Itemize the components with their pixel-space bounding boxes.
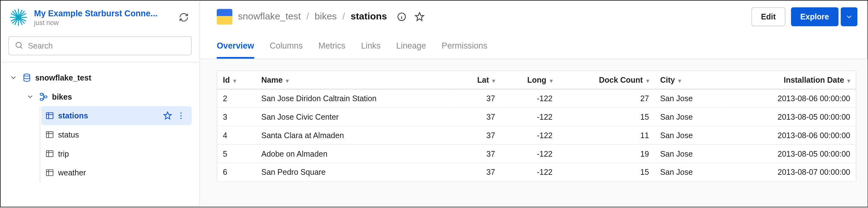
col-id[interactable]: Id▾ (217, 71, 256, 89)
table-row[interactable]: 4Santa Clara at Almaden37-12211San Jose2… (217, 126, 856, 144)
cell-long: -122 (501, 144, 558, 163)
cell-lat: 37 (455, 163, 501, 181)
cell-id: 5 (217, 144, 256, 163)
info-icon[interactable] (396, 11, 407, 23)
edit-button[interactable]: Edit (751, 7, 785, 26)
cell-long: -122 (501, 89, 558, 108)
main: snowflake_test / bikes / stations Edit (200, 1, 868, 207)
cell-lat: 37 (455, 144, 501, 163)
tree-table-label: weather (58, 168, 186, 177)
col-city[interactable]: City▾ (654, 71, 723, 89)
svg-point-8 (180, 118, 182, 119)
tab-overview[interactable]: Overview (217, 41, 254, 59)
explore-label: Explore (800, 12, 829, 21)
col-label: Name (261, 76, 282, 85)
sort-icon[interactable]: ▾ (847, 78, 850, 84)
tree-database[interactable]: snowflake_test (5, 68, 199, 87)
sort-icon[interactable]: ▾ (492, 78, 495, 84)
col-long[interactable]: Long▾ (501, 71, 558, 89)
tab-metrics[interactable]: Metrics (318, 41, 345, 59)
sort-icon[interactable]: ▾ (646, 78, 649, 84)
star-icon[interactable] (162, 111, 173, 121)
tree-table-stations[interactable]: stations (41, 106, 192, 125)
dataset-icon (217, 9, 232, 25)
svg-rect-9 (46, 131, 53, 138)
svg-point-6 (180, 113, 182, 114)
tree-table-label: stations (58, 111, 159, 120)
svg-rect-10 (46, 151, 53, 157)
tree-table-label: status (58, 130, 186, 140)
tree-table-weather[interactable]: weather (41, 163, 192, 182)
cell-dock_count: 27 (558, 89, 654, 108)
cell-long: -122 (501, 108, 558, 126)
cell-install: 2013-08-07 00:00:00 (724, 163, 856, 181)
col-label: Installation Date (784, 76, 844, 85)
sort-icon[interactable]: ▾ (550, 78, 553, 84)
tree-table-trip[interactable]: trip (41, 144, 192, 163)
cell-city: San Jose (654, 163, 723, 181)
explore-button[interactable]: Explore (791, 7, 839, 26)
table-row[interactable]: 6San Pedro Square37-12215San Jose2013-08… (217, 163, 856, 181)
cell-dock_count: 15 (558, 108, 654, 126)
tree-schema[interactable]: bikes (5, 87, 199, 106)
crumb-schema[interactable]: bikes (315, 11, 337, 23)
breadcrumb: snowflake_test / bikes / stations (238, 11, 387, 23)
table-row[interactable]: 3San Jose Civic Center37-12215San Jose20… (217, 108, 856, 126)
tab-links[interactable]: Links (361, 41, 380, 59)
cell-install: 2013-08-05 00:00:00 (724, 108, 856, 126)
cell-city: San Jose (654, 108, 723, 126)
cell-name: Santa Clara at Almaden (256, 126, 455, 144)
table-icon (45, 111, 55, 121)
tab-permissions[interactable]: Permissions (442, 41, 488, 59)
cell-install: 2013-08-06 00:00:00 (724, 126, 856, 144)
more-icon[interactable] (176, 111, 186, 121)
tree-table-status[interactable]: status (41, 125, 192, 144)
database-icon (22, 73, 32, 83)
table-icon (45, 149, 55, 159)
table-row[interactable]: 2San Jose Diridon Caltrain Station37-122… (217, 89, 856, 108)
search-box[interactable] (8, 36, 192, 55)
star-icon[interactable] (414, 11, 425, 23)
cell-install: 2013-08-06 00:00:00 (724, 89, 856, 108)
svg-point-7 (180, 115, 182, 116)
table-row[interactable]: 5Adobe on Almaden37-12219San Jose2013-08… (217, 144, 856, 163)
col-label: Dock Count (599, 76, 643, 85)
col-dock_count[interactable]: Dock Count▾ (558, 71, 654, 89)
cell-dock_count: 15 (558, 163, 654, 181)
connection-title-wrap[interactable]: My Example Starburst Conne... just now (34, 8, 170, 27)
cell-city: San Jose (654, 126, 723, 144)
header-bar: snowflake_test / bikes / stations Edit (200, 1, 868, 31)
cell-lat: 37 (455, 108, 501, 126)
sort-icon[interactable]: ▾ (233, 78, 236, 84)
chevron-down-icon (8, 73, 19, 83)
cell-name: San Jose Civic Center (256, 108, 455, 126)
explore-dropdown[interactable] (841, 7, 858, 26)
svg-rect-3 (44, 96, 47, 98)
edit-label: Edit (761, 12, 776, 21)
search-input[interactable] (28, 41, 185, 51)
col-label: City (660, 76, 675, 85)
svg-point-1 (24, 74, 30, 76)
crumb-db[interactable]: snowflake_test (238, 11, 301, 23)
tab-columns[interactable]: Columns (270, 41, 303, 59)
refresh-button[interactable] (176, 9, 192, 25)
schema-icon (38, 92, 49, 102)
cell-lat: 37 (455, 89, 501, 108)
cell-install: 2013-08-05 00:00:00 (724, 144, 856, 163)
col-lat[interactable]: Lat▾ (455, 71, 501, 89)
col-name[interactable]: Name▾ (256, 71, 455, 89)
crumb-table[interactable]: stations (351, 11, 387, 23)
cell-name: Adobe on Almaden (256, 144, 455, 163)
sidebar-header: My Example Starburst Conne... just now (1, 1, 199, 30)
explore-button-group: Explore (791, 7, 858, 26)
cell-name: San Pedro Square (256, 163, 455, 181)
table-icon (45, 130, 55, 140)
col-install[interactable]: Installation Date▾ (724, 71, 856, 89)
cell-name: San Jose Diridon Caltrain Station (256, 89, 455, 108)
tab-lineage[interactable]: Lineage (396, 41, 426, 59)
sort-icon[interactable]: ▾ (286, 78, 289, 84)
col-label: Long (527, 76, 547, 85)
connection-updated: just now (34, 19, 170, 27)
sort-icon[interactable]: ▾ (678, 78, 681, 84)
cell-dock_count: 11 (558, 126, 654, 144)
